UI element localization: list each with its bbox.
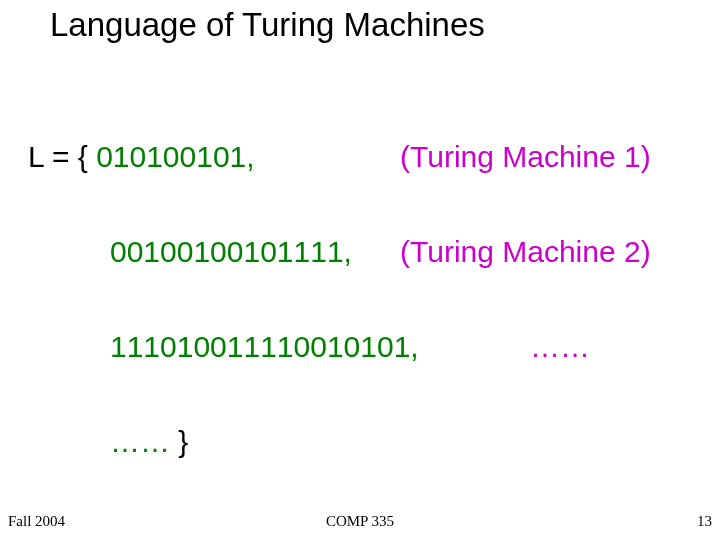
set-prefix: L = { — [28, 140, 96, 173]
line-4: …… } — [110, 425, 188, 459]
slide-title: Language of Turing Machines — [50, 6, 485, 44]
slide: Language of Turing Machines L = { 010100… — [0, 0, 720, 540]
set-close: } — [170, 425, 188, 458]
line-1-left: L = { 010100101, — [28, 140, 255, 174]
tm1-label: (Turing Machine 1) — [400, 140, 651, 174]
tm3-encoding: 111010011110010101, — [110, 330, 419, 364]
tm2-encoding: 00100100101111, — [110, 235, 352, 269]
footer-center: COMP 335 — [0, 513, 720, 530]
footer-right: 13 — [697, 513, 712, 530]
tm2-label: (Turing Machine 2) — [400, 235, 651, 269]
set-ellipsis: …… — [110, 425, 170, 458]
ellipsis-label: …… — [530, 330, 590, 364]
tm1-encoding: 010100101, — [96, 140, 255, 173]
